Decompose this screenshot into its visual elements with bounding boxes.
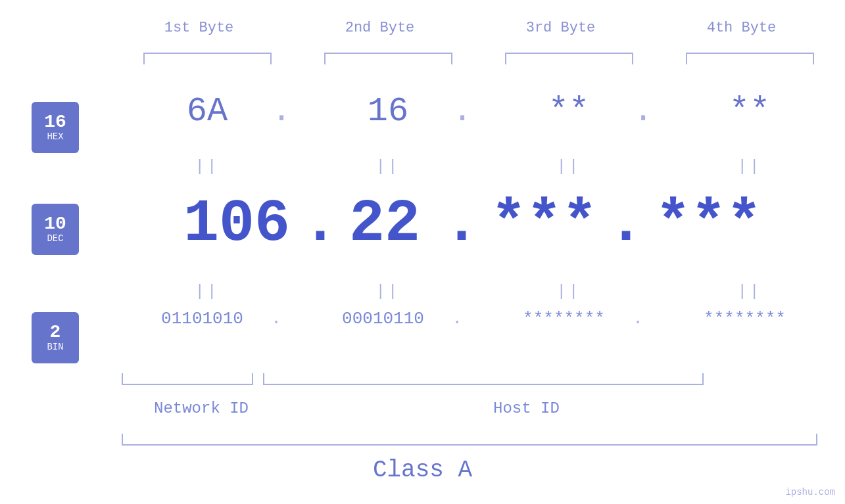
header-byte2: 2nd Byte (289, 20, 470, 36)
eq1-3: || (505, 158, 633, 175)
column-headers: 1st Byte 2nd Byte 3rd Byte 4th Byte (0, 20, 845, 36)
dec-dot1: . (302, 191, 319, 258)
dec-val2: 22 (332, 191, 437, 258)
bin-dot1: . (266, 309, 286, 329)
hex-val1: 6A (143, 92, 272, 131)
watermark: ipshu.com (785, 487, 835, 497)
dec-row: 106 . 22 . *** . *** (0, 191, 845, 258)
main-container: 1st Byte 2nd Byte 3rd Byte 4th Byte 16 H… (0, 0, 845, 504)
eq1-1: || (143, 158, 272, 175)
top-brackets (0, 53, 845, 64)
class-label: Class A (0, 457, 845, 484)
hex-dot1: . (272, 92, 291, 131)
bin-dot3: . (628, 309, 648, 329)
hex-val2: 16 (324, 92, 452, 131)
dec-val1: 106 (171, 191, 302, 258)
network-id-label: Network ID (154, 400, 249, 417)
bracket-top-1 (143, 53, 272, 64)
hex-row: 6A . 16 . ** . ** (0, 92, 845, 131)
eq2-4: || (686, 283, 814, 300)
header-byte1: 1st Byte (109, 20, 289, 36)
badge-bin-label: BIN (47, 342, 63, 352)
bracket-network-id (122, 373, 253, 385)
hex-dot2: . (452, 92, 472, 131)
bin-row: 01101010 . 00010110 . ******** . *******… (0, 309, 845, 329)
hex-dot3: . (633, 92, 653, 131)
badge-hex-label: HEX (47, 131, 63, 142)
eq2-1: || (143, 283, 272, 300)
eq-row-1: || || || || (0, 158, 845, 175)
dec-dot2: . (444, 191, 460, 258)
bin-val4: ******** (681, 309, 809, 329)
bracket-top-4 (686, 53, 814, 64)
bin-val3: ******** (500, 309, 628, 329)
bin-val1: 01101010 (138, 309, 266, 329)
dec-val3: *** (480, 191, 608, 258)
eq2-2: || (324, 283, 452, 300)
eq2-3: || (505, 283, 633, 300)
bracket-host-id (263, 373, 704, 385)
bin-dot2: . (447, 309, 467, 329)
bracket-top-3 (505, 53, 633, 64)
dec-dot3: . (608, 191, 625, 258)
bottom-brackets (0, 373, 845, 385)
eq1-4: || (686, 158, 814, 175)
eq-row-2: || || || || (0, 283, 845, 300)
bracket-top-2 (324, 53, 452, 64)
eq1-2: || (324, 158, 452, 175)
dec-val4: *** (644, 191, 773, 258)
hex-val4: ** (686, 92, 814, 131)
header-byte3: 3rd Byte (470, 20, 651, 36)
bin-val2: 00010110 (319, 309, 447, 329)
hex-val3: ** (505, 92, 633, 131)
big-bracket (122, 434, 817, 446)
host-id-label: Host ID (493, 400, 560, 417)
header-byte4: 4th Byte (651, 20, 832, 36)
